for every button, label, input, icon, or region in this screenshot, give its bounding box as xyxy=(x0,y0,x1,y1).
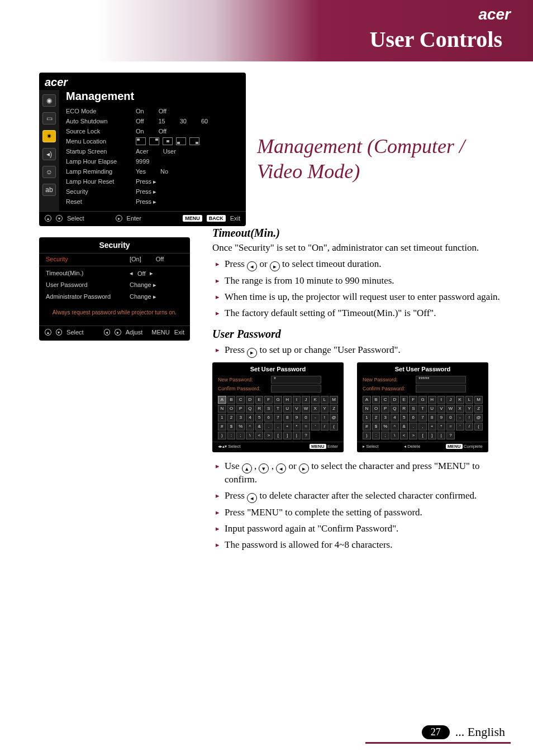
key-button[interactable]: $ xyxy=(372,423,380,430)
key-button[interactable]: U xyxy=(283,405,292,413)
key-button[interactable]: / xyxy=(321,423,329,430)
key-button[interactable]: 0 xyxy=(446,414,455,422)
key-button[interactable]: 6 xyxy=(409,414,417,422)
image-icon[interactable]: ▭ xyxy=(42,112,56,125)
kp-grid-2[interactable]: ABCDEFGHIJKLMNOPQRSTUVWXYZ1234567890-!@#… xyxy=(357,393,488,442)
key-button[interactable]: 5 xyxy=(400,414,408,422)
key-button[interactable]: ' xyxy=(311,423,320,430)
key-button[interactable]: . xyxy=(409,423,417,430)
osd-row-startup[interactable]: Startup ScreenAcerUser xyxy=(66,146,242,156)
key-button[interactable]: X xyxy=(456,405,464,413)
sec-row-adminpw[interactable]: Administrator PasswordChange ▸ xyxy=(39,291,190,303)
key-button[interactable]: W xyxy=(302,405,310,413)
key-button[interactable]: A xyxy=(218,396,226,404)
key-button[interactable]: 3 xyxy=(236,414,245,422)
key-button[interactable]: + xyxy=(428,423,436,430)
key-button[interactable]: E xyxy=(255,396,264,404)
speaker-icon[interactable]: ◂) xyxy=(42,148,56,160)
key-button[interactable]: G xyxy=(418,396,427,404)
key-button[interactable]: J xyxy=(302,396,310,404)
key-button[interactable]: S xyxy=(409,405,417,413)
key-button[interactable]: | xyxy=(437,432,446,439)
key-button[interactable]: > xyxy=(264,432,273,439)
menu-loc-bottomright-icon[interactable] xyxy=(189,137,199,145)
key-button[interactable]: U xyxy=(428,405,436,413)
osd-row-eco[interactable]: ECO ModeOnOff xyxy=(66,106,242,116)
key-button[interactable]: : xyxy=(227,432,236,439)
osd-row-security[interactable]: SecurityPress ▸ xyxy=(66,186,242,197)
key-button[interactable]: / xyxy=(465,423,474,430)
key-button[interactable]: \ xyxy=(391,432,399,439)
key-button[interactable]: W xyxy=(446,405,455,413)
key-button[interactable]: L xyxy=(321,396,329,404)
key-button[interactable]: J xyxy=(446,396,455,404)
sun-icon[interactable]: ✷ xyxy=(42,130,56,142)
key-button[interactable]: 1 xyxy=(363,414,371,422)
kp-grid-1[interactable]: ABCDEFGHIJKLMNOPQRSTUVWXYZ1234567890-!@#… xyxy=(212,393,344,442)
key-button[interactable]: & xyxy=(255,423,264,430)
key-button[interactable]: ( xyxy=(474,423,483,430)
key-button[interactable]: R xyxy=(400,405,408,413)
key-button[interactable]: A xyxy=(363,396,371,404)
key-button[interactable]: 7 xyxy=(274,414,282,422)
key-button[interactable]: B xyxy=(372,396,380,404)
menu-loc-bottomleft-icon[interactable] xyxy=(176,137,186,145)
key-button[interactable]: < xyxy=(255,432,264,439)
key-button[interactable]: Q xyxy=(246,405,254,413)
key-button[interactable]: Q xyxy=(391,405,399,413)
key-button[interactable]: [ xyxy=(274,432,282,439)
key-button[interactable]: < xyxy=(400,432,408,439)
key-button[interactable]: V xyxy=(437,405,446,413)
key-button[interactable]: T xyxy=(274,405,282,413)
kp-confirm-field[interactable] xyxy=(271,385,321,393)
key-button[interactable]: 4 xyxy=(391,414,399,422)
key-button[interactable]: $ xyxy=(227,423,236,430)
key-button[interactable]: V xyxy=(293,405,301,413)
key-button[interactable]: G xyxy=(274,396,282,404)
key-button[interactable]: 4 xyxy=(246,414,254,422)
key-button[interactable]: , xyxy=(418,423,427,430)
key-button[interactable]: I xyxy=(437,396,446,404)
sec-row-timeout[interactable]: Timeout(Min.)◂Off▸ xyxy=(39,267,190,279)
osd-row-lampreset[interactable]: Lamp Hour ResetPress ▸ xyxy=(66,176,242,186)
key-button[interactable]: K xyxy=(456,396,464,404)
key-button[interactable]: ; xyxy=(236,432,245,439)
osd-row-menulocation[interactable]: Menu Location xyxy=(66,136,242,146)
key-button[interactable]: N xyxy=(363,405,371,413)
key-button[interactable]: C xyxy=(381,396,389,404)
language-icon[interactable]: ab xyxy=(42,184,56,196)
key-button[interactable]: [ xyxy=(418,432,427,439)
key-button[interactable]: # xyxy=(218,423,226,430)
key-button[interactable]: Y xyxy=(321,405,329,413)
key-button[interactable]: P xyxy=(381,405,389,413)
lamp-icon[interactable]: ☺ xyxy=(42,166,56,178)
key-button[interactable]: P xyxy=(236,405,245,413)
key-button[interactable]: 8 xyxy=(428,414,436,422)
kp-new-field[interactable]: * xyxy=(271,376,321,384)
key-button[interactable]: ) xyxy=(218,432,226,439)
key-button[interactable]: N xyxy=(218,405,226,413)
key-button[interactable]: B xyxy=(227,396,236,404)
osd-row-autoshutdown[interactable]: Auto ShutdownOff153060 xyxy=(66,116,242,126)
key-button[interactable]: > xyxy=(409,432,417,439)
key-button[interactable]: D xyxy=(246,396,254,404)
key-button[interactable]: I xyxy=(293,396,301,404)
key-button[interactable]: ' xyxy=(456,423,464,430)
key-button[interactable]: 5 xyxy=(255,414,264,422)
key-button[interactable]: C xyxy=(236,396,245,404)
kp-new-field[interactable]: ***** xyxy=(416,376,466,384)
key-button[interactable]: 6 xyxy=(264,414,273,422)
sec-row-userpw[interactable]: User PasswordChange ▸ xyxy=(39,279,190,291)
menu-loc-center-icon[interactable] xyxy=(163,137,173,145)
osd-row-reset[interactable]: ResetPress ▸ xyxy=(66,197,242,207)
key-button[interactable]: ) xyxy=(363,432,371,439)
key-button[interactable]: ( xyxy=(330,423,338,430)
globe-icon[interactable]: ◉ xyxy=(42,94,56,107)
key-button[interactable]: F xyxy=(264,396,273,404)
key-button[interactable]: M xyxy=(330,396,338,404)
key-button[interactable]: ] xyxy=(428,432,436,439)
key-button[interactable]: - xyxy=(456,414,464,422)
key-button[interactable]: & xyxy=(400,423,408,430)
key-button[interactable]: , xyxy=(274,423,282,430)
key-button[interactable]: 1 xyxy=(218,414,226,422)
